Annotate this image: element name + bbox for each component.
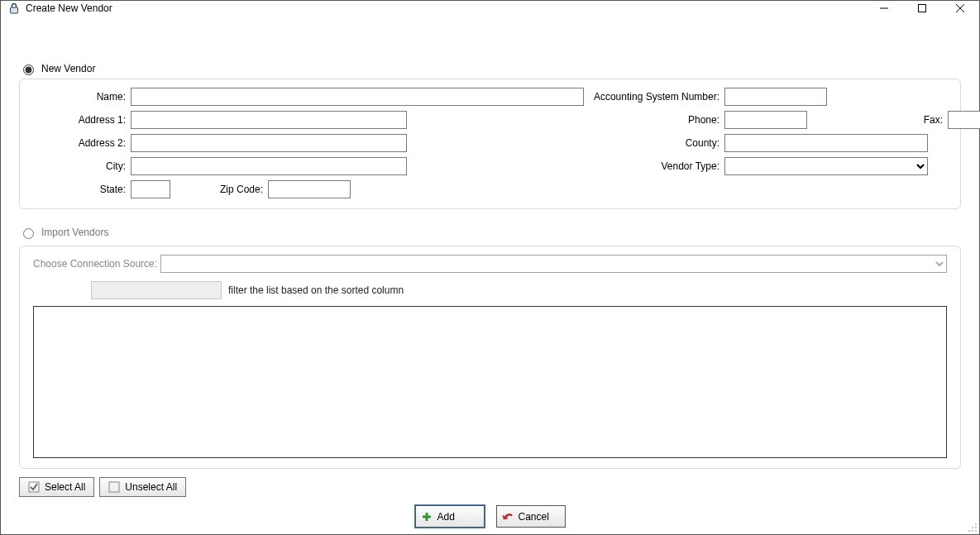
label-county: County: xyxy=(584,137,724,149)
city-input[interactable] xyxy=(131,157,407,175)
label-phone: Phone: xyxy=(584,114,724,126)
window-create-new-vendor: Create New Vendor New Vendor Name: xyxy=(0,0,980,535)
state-input[interactable] xyxy=(131,180,170,198)
unselect-all-button[interactable]: Unselect All xyxy=(99,477,186,497)
asn-input[interactable] xyxy=(724,88,827,106)
unselect-all-label: Unselect All xyxy=(125,481,177,493)
county-input[interactable] xyxy=(724,134,928,152)
maximize-button[interactable] xyxy=(903,1,941,15)
filter-hint: filter the list based on the sorted colu… xyxy=(228,284,404,296)
svg-point-9 xyxy=(975,523,977,525)
label-address2: Address 2: xyxy=(33,137,131,149)
svg-point-11 xyxy=(975,527,977,528)
label-state: State: xyxy=(33,184,131,195)
svg-point-10 xyxy=(972,527,973,528)
svg-point-12 xyxy=(968,530,970,532)
uncheck-all-icon xyxy=(108,481,120,493)
filter-input xyxy=(91,281,222,299)
cancel-label: Cancel xyxy=(519,511,549,523)
plus-icon xyxy=(421,511,433,523)
address2-input[interactable] xyxy=(131,134,407,152)
add-button[interactable]: Add xyxy=(415,505,485,528)
connection-source-select xyxy=(160,255,947,273)
radio-new-vendor-label: New Vendor xyxy=(41,63,95,74)
check-all-icon xyxy=(28,481,40,493)
label-fax: Fax: xyxy=(807,114,948,126)
radio-import-vendors[interactable] xyxy=(23,228,34,239)
select-all-label: Select All xyxy=(45,481,85,493)
svg-rect-0 xyxy=(11,7,18,13)
group-import-vendors: Choose Connection Source: filter the lis… xyxy=(19,246,961,469)
import-list xyxy=(33,306,947,458)
client-area: New Vendor Name: Address 1: Address 2: C… xyxy=(1,15,979,534)
group-new-vendor: Name: Address 1: Address 2: City: State: xyxy=(19,79,961,209)
select-all-button[interactable]: Select All xyxy=(19,477,94,497)
label-vendor-type: Vendor Type: xyxy=(584,160,724,172)
label-name: Name: xyxy=(33,91,131,103)
zip-input[interactable] xyxy=(268,180,351,198)
undo-arrow-icon xyxy=(502,511,514,523)
radio-new-vendor[interactable] xyxy=(23,64,34,75)
lock-icon xyxy=(7,2,21,15)
vendor-type-select[interactable] xyxy=(724,157,928,175)
close-button[interactable] xyxy=(941,1,979,15)
svg-rect-6 xyxy=(109,482,119,492)
window-title: Create New Vendor xyxy=(26,2,112,14)
label-asn: Accounting System Number: xyxy=(584,91,724,103)
radio-new-vendor-row: New Vendor xyxy=(19,62,961,75)
select-buttons-row: Select All Unselect All xyxy=(19,477,961,497)
label-address1: Address 1: xyxy=(33,114,131,126)
label-zip: Zip Code: xyxy=(170,184,268,195)
label-city: City: xyxy=(33,160,131,172)
radio-import-vendors-label: Import Vendors xyxy=(41,227,108,238)
cancel-button[interactable]: Cancel xyxy=(496,505,566,528)
label-connection-source: Choose Connection Source: xyxy=(33,258,157,270)
resize-grip-icon[interactable] xyxy=(966,521,978,533)
fax-input[interactable] xyxy=(948,111,980,129)
phone-input[interactable] xyxy=(724,111,807,129)
name-input[interactable] xyxy=(131,88,584,106)
add-label: Add xyxy=(437,511,455,523)
svg-point-13 xyxy=(972,530,973,532)
svg-rect-5 xyxy=(29,482,39,492)
radio-import-vendors-row: Import Vendors xyxy=(19,226,961,239)
svg-point-14 xyxy=(975,530,977,532)
address1-input[interactable] xyxy=(131,111,407,129)
footer-buttons: Add Cancel xyxy=(19,505,961,528)
minimize-button[interactable] xyxy=(865,1,903,15)
svg-rect-2 xyxy=(919,4,926,12)
titlebar: Create New Vendor xyxy=(1,1,979,15)
